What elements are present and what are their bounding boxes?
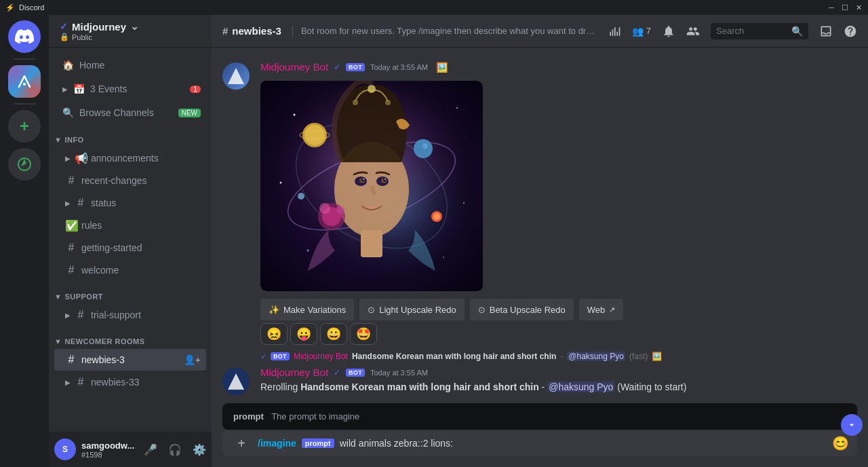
svg-point-21: [414, 139, 433, 158]
deafen-button[interactable]: 🎧: [164, 438, 186, 460]
signal-icon[interactable]: [608, 24, 621, 38]
slash-cmd-label: /imagine: [258, 438, 296, 449]
channel-hash-icon: #: [222, 25, 228, 37]
hash-icon-3: #: [65, 242, 77, 254]
sparkle-icon: ✨: [269, 305, 279, 315]
midjourney-server-icon[interactable]: [8, 65, 41, 98]
command-bold: Handsome Korean man with long hair and s…: [352, 352, 556, 361]
header-icons: 👥 7 🔍: [608, 23, 857, 39]
avatar: S: [54, 438, 76, 460]
message-header: Midjourney Bot ✓ BOT Today at 3:55 AM 🖼️: [260, 61, 857, 73]
titlebar: ⚡ Discord ─ ☐ ✕: [0, 0, 868, 15]
prompt-tooltip: prompt The prompt to imagine: [222, 403, 857, 430]
message-row-3: Midjourney Bot ✓ BOT Today at 3:55 AM Re…: [222, 364, 857, 398]
reaction-star-eyes[interactable]: 🤩: [350, 323, 377, 345]
explore-button[interactable]: [8, 148, 41, 181]
verified-3: ✓: [334, 368, 340, 377]
server-divider-2: [14, 103, 35, 105]
svg-point-25: [319, 203, 330, 214]
settings-button[interactable]: ⚙️: [189, 438, 210, 460]
sidebar-item-browse[interactable]: 🔍 Browse Channels NEW: [54, 101, 206, 124]
mute-button[interactable]: 🎤: [140, 438, 161, 460]
inbox-icon[interactable]: [819, 24, 833, 38]
close-button[interactable]: ✕: [854, 3, 863, 12]
message-avatar-space: [222, 352, 250, 361]
username: samgoodw...: [81, 441, 134, 451]
member-count: 7: [646, 26, 651, 36]
category-support[interactable]: ▼ SUPPORT: [49, 282, 212, 303]
message-row: Midjourney Bot ✓ BOT Today at 3:55 AM 🖼️: [222, 58, 857, 348]
message-header-3: Midjourney Bot ✓ BOT Today at 3:55 AM: [260, 367, 857, 378]
beta-upscale-icon: ⊙: [478, 305, 486, 315]
app-title: Discord: [19, 3, 44, 12]
discord-home-button[interactable]: [8, 20, 41, 53]
sidebar-item-newbies-3[interactable]: # newbies-3 👤+: [54, 349, 206, 371]
sidebar-item-home[interactable]: 🏠 Home: [54, 54, 206, 77]
announce-expand: ▶: [65, 155, 71, 162]
sidebar-item-announcements[interactable]: ▶ 📢 announcements: [54, 147, 206, 169]
dash-sep: -: [560, 352, 563, 361]
category-newcomer[interactable]: ▼ NEWCOMER ROOMS: [49, 326, 212, 348]
message-input[interactable]: [340, 430, 458, 456]
svg-point-35: [368, 85, 376, 93]
action-buttons: ✨ Make Variations ⊙ Light Upscale Redo ⊙…: [260, 299, 857, 320]
svg-rect-0: [14, 71, 35, 92]
prompt-value: The prompt to imagine: [271, 411, 359, 422]
collapse-newcomer-icon: ▼: [54, 337, 62, 345]
messages-area: Midjourney Bot ✓ BOT Today at 3:55 AM 🖼️: [212, 48, 868, 430]
beta-upscale-redo-button[interactable]: ⊙ Beta Upscale Redo: [470, 299, 574, 320]
titlebar-left: ⚡ Discord: [5, 3, 44, 12]
add-server-button[interactable]: +: [8, 110, 41, 143]
svg-point-36: [353, 100, 358, 105]
calendar-icon: 📅: [73, 83, 85, 94]
svg-point-19: [304, 125, 325, 145]
members-panel-icon[interactable]: [686, 24, 700, 38]
discord-logo: ⚡: [5, 3, 15, 12]
sidebar-item-welcome[interactable]: # welcome: [54, 259, 206, 281]
minimize-button[interactable]: ─: [827, 3, 835, 12]
trial-expand: ▶: [65, 312, 71, 319]
svg-rect-9: [361, 230, 382, 257]
reaction-tongue[interactable]: 😛: [290, 323, 317, 345]
light-upscale-redo-button[interactable]: ⊙ Light Upscale Redo: [359, 299, 464, 320]
message-content-3: Midjourney Bot ✓ BOT Today at 3:55 AM Re…: [260, 367, 857, 395]
cmd-tag-badge: prompt: [302, 438, 334, 448]
bot-badge-small: BOT: [271, 352, 290, 360]
help-icon[interactable]: [844, 24, 857, 38]
titlebar-controls[interactable]: ─ ☐ ✕: [827, 3, 863, 12]
search-input[interactable]: [716, 26, 789, 36]
sidebar-item-events[interactable]: ▶ 📅 3 Events 1: [54, 77, 206, 100]
svg-point-28: [433, 213, 440, 220]
make-variations-button[interactable]: ✨ Make Variations: [260, 299, 354, 320]
sidebar-item-rules[interactable]: ✅ rules: [54, 214, 206, 236]
emoji-button[interactable]: 😊: [832, 435, 849, 451]
category-info[interactable]: ▼ INFO: [49, 125, 212, 147]
hash-icon-2: #: [75, 197, 87, 209]
web-button[interactable]: Web ↗: [579, 299, 624, 320]
notification-bell-icon[interactable]: [662, 24, 675, 38]
sidebar-item-getting-started[interactable]: # getting-started: [54, 237, 206, 259]
verified-check: ✓: [60, 21, 68, 32]
svg-point-34: [443, 257, 444, 258]
add-attachment-icon[interactable]: +: [231, 432, 252, 454]
server-header[interactable]: ✓ Midjourney ⌄ 🔒 Public: [49, 15, 212, 48]
sidebar-item-newbies-33[interactable]: ▶ # newbies-33: [54, 371, 206, 393]
newbies33-expand: ▶: [65, 379, 71, 386]
image-attachment: [260, 81, 483, 291]
svg-point-1: [23, 83, 26, 86]
sidebar-item-trial-support[interactable]: ▶ # trial-support: [54, 304, 206, 326]
avatar-2: [222, 368, 250, 395]
maximize-button[interactable]: ☐: [841, 3, 849, 12]
reaction-smile[interactable]: 😀: [320, 323, 347, 345]
search-bar[interactable]: 🔍: [711, 23, 808, 39]
command-reference: ✓ BOT Midjourney Bot Handsome Korean man…: [260, 352, 857, 361]
sidebar-item-status[interactable]: ▶ # status: [54, 192, 206, 214]
generated-image: [260, 81, 483, 291]
members-icon: 👥: [632, 26, 644, 37]
svg-point-32: [463, 202, 465, 204]
sidebar-item-recent-changes[interactable]: # recent-changes: [54, 170, 206, 191]
hash-icon-4: #: [65, 264, 77, 276]
reaction-angry[interactable]: 😖: [260, 323, 288, 345]
home-icon: 🏠: [62, 60, 74, 71]
scroll-to-bottom-button[interactable]: [841, 414, 863, 436]
